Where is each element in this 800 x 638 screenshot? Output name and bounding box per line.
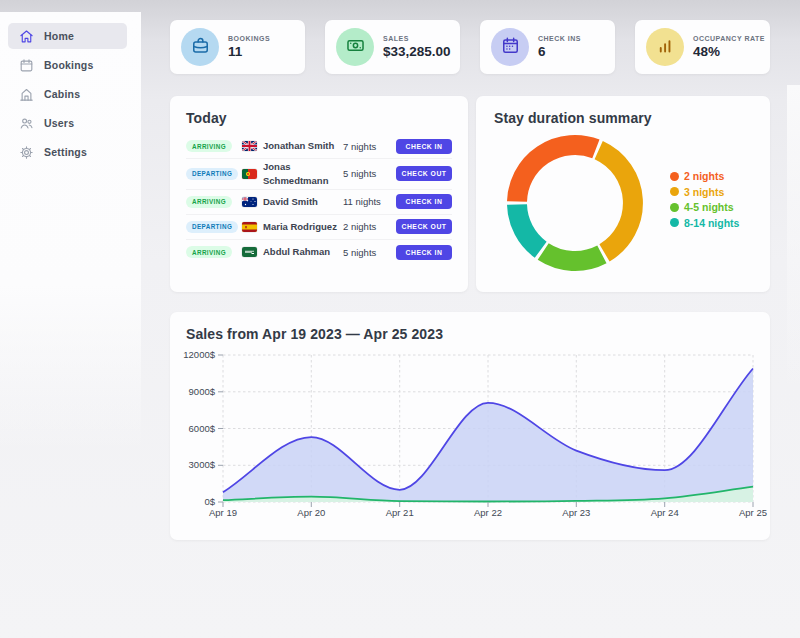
stat-label: CHECK INS xyxy=(538,35,581,42)
donut-slice[interactable] xyxy=(517,205,541,250)
legend-item: 4-5 nights xyxy=(670,201,739,213)
x-tick-label: Apr 25 xyxy=(739,507,767,518)
sidebar-item-label: Home xyxy=(44,30,74,42)
legend-label: 3 nights xyxy=(684,186,724,198)
sidebar-item-label: Bookings xyxy=(44,59,93,71)
today-row: ARRIVING Jonathan Smith 7 nights CHECK I… xyxy=(186,134,452,159)
guest-nights: 11 nights xyxy=(343,196,393,207)
flag-au-icon xyxy=(242,197,257,207)
status-badge: ARRIVING xyxy=(186,246,232,258)
donut-slice[interactable] xyxy=(599,150,633,253)
stat-label: BOOKINGS xyxy=(228,35,270,42)
donut-slice[interactable] xyxy=(517,145,596,202)
sidebar-item-label: Users xyxy=(44,117,74,129)
stat-label: SALES xyxy=(383,35,451,42)
scrollbar-track[interactable] xyxy=(787,85,800,395)
x-tick-label: Apr 24 xyxy=(651,507,679,518)
stat-card: SALES $33,285.00 xyxy=(325,20,460,74)
stat-icon-circle xyxy=(491,28,529,66)
cabin-icon xyxy=(19,87,34,102)
sales-area-chart: 0$3000$6000$9000$12000$Apr 19Apr 20Apr 2… xyxy=(170,312,770,540)
legend-label: 4-5 nights xyxy=(684,201,734,213)
stat-value: 6 xyxy=(538,44,581,59)
legend-item: 3 nights xyxy=(670,186,739,198)
sales-chart-card: Sales from Apr 19 2023 — Apr 25 2023 0$3… xyxy=(170,312,770,540)
calendar-icon xyxy=(19,58,34,73)
stat-value: $33,285.00 xyxy=(383,44,451,59)
check-action-button[interactable]: CHECK IN xyxy=(396,245,452,260)
legend-label: 2 nights xyxy=(684,170,724,182)
chart-bar-icon xyxy=(656,36,675,59)
flag-gb-icon xyxy=(242,141,257,151)
today-title: Today xyxy=(186,110,452,126)
stat-label: OCCUPANCY RATE xyxy=(693,35,765,42)
calendar-days-icon xyxy=(501,36,520,59)
today-list: ARRIVING Jonathan Smith 7 nights CHECK I… xyxy=(186,134,452,265)
sidebar-item[interactable]: Users xyxy=(8,110,127,136)
stay-duration-card: Stay duration summary 2 nights 3 nights … xyxy=(476,96,770,292)
today-row: ARRIVING Abdul Rahman 5 nights CHECK IN xyxy=(186,240,452,265)
check-action-button[interactable]: CHECK IN xyxy=(396,194,452,209)
legend-label: 8-14 nights xyxy=(684,217,739,229)
guest-nights: 2 nights xyxy=(343,221,393,232)
status-badge: ARRIVING xyxy=(186,196,232,208)
stat-icon-circle xyxy=(181,28,219,66)
stat-icon-circle xyxy=(646,28,684,66)
legend-dot xyxy=(670,187,679,196)
x-tick-label: Apr 20 xyxy=(297,507,325,518)
guest-nights: 7 nights xyxy=(343,141,393,152)
y-tick-label: 12000$ xyxy=(183,349,215,360)
guest-name: David Smith xyxy=(263,195,343,209)
sidebar-item[interactable]: Cabins xyxy=(8,81,127,107)
today-activity-card: Today ARRIVING Jonathan Smith 7 nights C… xyxy=(170,96,468,292)
stat-value: 11 xyxy=(228,44,270,59)
guest-nights: 5 nights xyxy=(343,247,393,258)
today-row: DEPARTING Maria Rodriguez 2 nights CHECK… xyxy=(186,215,452,240)
flag-pt-icon xyxy=(242,169,257,179)
stat-icon-circle xyxy=(336,28,374,66)
sidebar-item[interactable]: Home xyxy=(8,23,127,49)
legend-item: 8-14 nights xyxy=(670,217,739,229)
status-badge: ARRIVING xyxy=(186,140,232,152)
gear-icon xyxy=(19,145,34,160)
guest-name: Jonas Schmedtmann xyxy=(263,160,343,188)
sidebar-item[interactable]: Bookings xyxy=(8,52,127,78)
x-tick-label: Apr 21 xyxy=(386,507,414,518)
legend-dot xyxy=(670,218,679,227)
flag-sa-icon xyxy=(242,247,257,257)
x-tick-label: Apr 23 xyxy=(562,507,590,518)
stat-card: OCCUPANCY RATE 48% xyxy=(635,20,770,74)
check-action-button[interactable]: CHECK IN xyxy=(396,139,452,154)
y-tick-label: 9000$ xyxy=(189,386,216,397)
users-icon xyxy=(19,116,34,131)
stat-card: CHECK INS 6 xyxy=(480,20,615,74)
guest-name: Maria Rodriguez xyxy=(263,220,343,234)
today-row: ARRIVING David Smith 11 nights CHECK IN xyxy=(186,190,452,215)
check-action-button[interactable]: CHECK OUT xyxy=(396,166,452,181)
briefcase-icon xyxy=(191,36,210,59)
guest-name: Abdul Rahman xyxy=(263,245,343,259)
donut-slice[interactable] xyxy=(543,252,602,262)
status-badge: DEPARTING xyxy=(186,221,238,233)
y-tick-label: 3000$ xyxy=(189,459,216,470)
home-icon xyxy=(19,29,34,44)
y-tick-label: 0$ xyxy=(204,496,215,507)
status-badge: DEPARTING xyxy=(186,168,238,180)
x-tick-label: Apr 22 xyxy=(474,507,502,518)
flag-es-icon xyxy=(242,222,257,232)
legend-dot xyxy=(670,203,679,212)
guest-name: Jonathan Smith xyxy=(263,139,343,153)
sidebar-item-label: Cabins xyxy=(44,88,80,100)
totalSales-area xyxy=(223,369,753,503)
today-row: DEPARTING Jonas Schmedtmann 5 nights CHE… xyxy=(186,159,452,190)
stat-card: BOOKINGS 11 xyxy=(170,20,305,74)
legend-item: 2 nights xyxy=(670,170,739,182)
stat-value: 48% xyxy=(693,44,765,59)
legend-dot xyxy=(670,172,679,181)
check-action-button[interactable]: CHECK OUT xyxy=(396,219,452,234)
sidebar-item[interactable]: Settings xyxy=(8,139,127,165)
x-tick-label: Apr 19 xyxy=(209,507,237,518)
guest-nights: 5 nights xyxy=(343,168,393,179)
sidebar-item-label: Settings xyxy=(44,146,87,158)
stats-row: BOOKINGS 11 SALES $33,285.00 CHECK INS 6 xyxy=(170,20,770,74)
